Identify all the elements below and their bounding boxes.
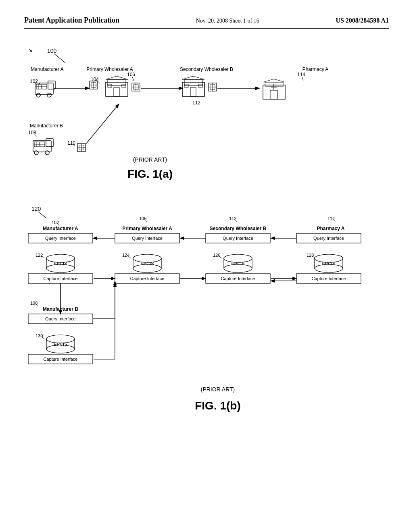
secondary-wholesaler-label: Secondary Wholesaler B <box>180 66 233 72</box>
svg-rect-49 <box>33 141 51 152</box>
col4-title: Pharmacy A <box>317 226 345 231</box>
col4-capture-label: Capture Interface <box>312 276 346 281</box>
svg-point-52 <box>45 151 49 155</box>
svg-marker-20 <box>106 76 128 79</box>
ref-102: 102 <box>30 79 38 84</box>
svg-point-9 <box>47 93 51 97</box>
figure-1a-area: 100 ↘ Manufacturer A Primary Wholesaler … <box>24 41 389 186</box>
box-after-primary <box>132 83 140 91</box>
col2-epcis-label: EPCIS <box>140 261 154 266</box>
svg-line-44 <box>274 79 285 82</box>
fig1b-label: FIG. 1(b) <box>195 399 241 412</box>
col2-title: Primary Wholesaler A <box>122 226 172 231</box>
ref-112: 112 <box>192 100 200 106</box>
svg-line-62 <box>86 104 119 143</box>
svg-rect-35 <box>198 84 202 87</box>
svg-rect-50 <box>46 139 53 147</box>
fig1a-prior-art: (PRIOR ART) <box>133 156 167 163</box>
svg-line-63 <box>38 212 46 218</box>
col1-title: Manufacturer A <box>43 226 78 231</box>
svg-text:↘: ↘ <box>28 47 33 53</box>
box-before-pharmacy <box>209 83 217 91</box>
col3-query-label: Query Interface <box>223 236 253 241</box>
svg-rect-34 <box>184 84 188 87</box>
primary-wholesaler-input-icon <box>90 81 98 89</box>
mfrb-epcis-label: EPCIS <box>54 342 67 347</box>
fig1a-label: FIG. 1(a) <box>127 168 173 180</box>
pharmacy-icon <box>263 79 285 99</box>
ref-126: 126 <box>213 253 220 258</box>
publication-date-sheet: Nov. 20, 2008 Sheet 1 of 16 <box>196 18 259 24</box>
svg-point-8 <box>36 93 40 97</box>
ref-108: 108 <box>28 130 36 135</box>
col3-title: Secondary Wholesaler B <box>210 226 267 231</box>
ref-108-b: 108 <box>30 301 38 305</box>
col2-capture-label: Capture Interface <box>130 276 165 281</box>
mfr-b-icon <box>33 139 53 155</box>
ref-106: 106 <box>127 72 135 77</box>
secondary-wholesaler-icon <box>182 76 204 96</box>
svg-line-0 <box>54 54 65 63</box>
mfr-a-icon <box>35 81 55 97</box>
col1-capture-label: Capture Interface <box>44 276 78 281</box>
svg-marker-32 <box>182 76 204 79</box>
svg-rect-22 <box>108 84 112 87</box>
svg-rect-33 <box>190 87 196 96</box>
publication-type: Patent Application Publication <box>24 16 119 25</box>
svg-rect-23 <box>122 84 126 87</box>
mfrb-query-label: Query Interface <box>45 316 76 321</box>
svg-line-4 <box>132 77 134 81</box>
svg-point-51 <box>34 151 38 155</box>
page: Patent Application Publication Nov. 20, … <box>0 0 413 532</box>
ref-110: 110 <box>67 140 75 146</box>
mfr-a-label: Manufacturer A <box>31 66 63 72</box>
fig1b-prior-art: (PRIOR ART) <box>201 386 235 393</box>
svg-line-43 <box>263 79 274 82</box>
ref-122: 122 <box>35 253 43 258</box>
figure-1b-area: 120 102 Manufacturer A 106 Primary Whole… <box>24 202 389 452</box>
svg-rect-21 <box>114 87 119 96</box>
fig1a-diagram-number: 100 <box>47 48 57 54</box>
col1-epcis-label: EPCIS <box>54 261 67 266</box>
primary-wholesaler-label: Primary Wholesaler A <box>86 66 133 72</box>
ref-128: 128 <box>307 253 314 258</box>
svg-line-5 <box>302 77 303 81</box>
mfr-b-box <box>77 143 86 152</box>
svg-rect-6 <box>35 83 53 94</box>
mfrb-capture-label: Capture Interface <box>44 357 78 362</box>
patent-number: US 2008/284598 A1 <box>336 17 389 24</box>
svg-rect-45 <box>270 90 277 99</box>
col3-epcis-label: EPCIS <box>231 261 244 266</box>
ref-130: 130 <box>35 333 43 338</box>
primary-wholesaler-icon <box>106 76 128 96</box>
mfr-b-label: Manufacturer B <box>30 123 63 129</box>
col4-query-label: Query Interface <box>313 236 344 241</box>
page-header: Patent Application Publication Nov. 20, … <box>24 16 389 29</box>
fig1b-diagram-number: 120 <box>31 206 41 212</box>
pharmacy-a-label: Pharmacy A <box>302 66 329 72</box>
col1-query-label: Query Interface <box>45 236 76 241</box>
ref-114: 114 <box>297 72 305 77</box>
svg-rect-7 <box>48 81 55 89</box>
col4-epcis-label: EPCIS <box>322 261 335 266</box>
ref-124: 124 <box>122 253 129 258</box>
col2-query-label: Query Interface <box>132 236 163 241</box>
col3-capture-label: Capture Interface <box>221 276 255 281</box>
